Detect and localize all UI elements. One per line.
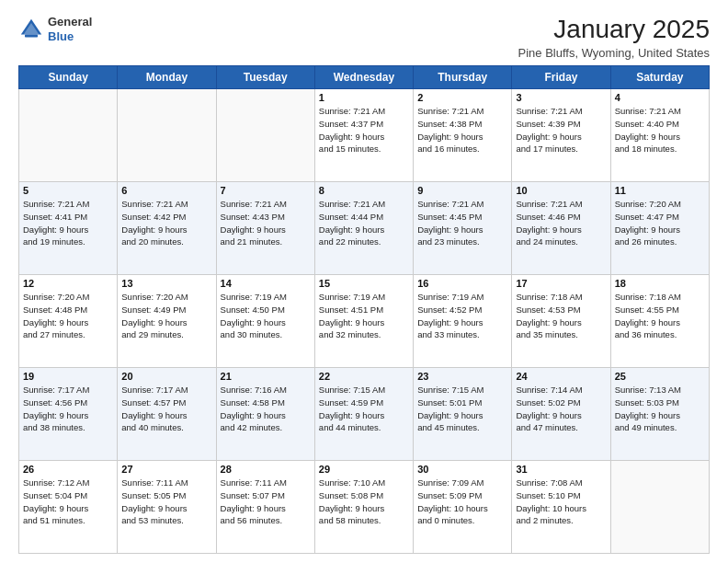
day-number: 21 — [221, 371, 311, 382]
day-number: 18 — [615, 278, 705, 289]
calendar-cell: 9Sunrise: 7:21 AMSunset: 4:45 PMDaylight… — [414, 182, 512, 275]
day-info: Sunrise: 7:19 AMSunset: 4:52 PMDaylight:… — [417, 291, 507, 341]
calendar-cell: 20Sunrise: 7:17 AMSunset: 4:57 PMDayligh… — [118, 368, 216, 461]
day-number: 13 — [121, 278, 211, 289]
day-info: Sunrise: 7:20 AMSunset: 4:47 PMDaylight:… — [615, 198, 705, 248]
day-number: 16 — [417, 278, 507, 289]
month-title: January 2025 — [518, 15, 710, 44]
day-info: Sunrise: 7:10 AMSunset: 5:08 PMDaylight:… — [319, 477, 409, 527]
calendar-cell: 25Sunrise: 7:13 AMSunset: 5:03 PMDayligh… — [610, 368, 709, 461]
day-number: 28 — [221, 464, 311, 475]
week-row-5: 26Sunrise: 7:12 AMSunset: 5:04 PMDayligh… — [19, 461, 710, 554]
day-info: Sunrise: 7:21 AMSunset: 4:38 PMDaylight:… — [417, 105, 507, 155]
day-number: 6 — [121, 185, 211, 196]
calendar-cell: 12Sunrise: 7:20 AMSunset: 4:48 PMDayligh… — [19, 275, 118, 368]
day-number: 22 — [319, 371, 409, 382]
day-info: Sunrise: 7:08 AMSunset: 5:10 PMDaylight:… — [516, 477, 606, 527]
calendar: SundayMondayTuesdayWednesdayThursdayFrid… — [18, 65, 710, 554]
logo-blue: Blue — [48, 29, 74, 43]
day-number: 15 — [319, 278, 409, 289]
week-row-2: 5Sunrise: 7:21 AMSunset: 4:41 PMDaylight… — [19, 182, 710, 275]
calendar-cell: 31Sunrise: 7:08 AMSunset: 5:10 PMDayligh… — [512, 461, 610, 554]
week-row-4: 19Sunrise: 7:17 AMSunset: 4:56 PMDayligh… — [19, 368, 710, 461]
weekday-header-monday: Monday — [118, 66, 216, 89]
day-info: Sunrise: 7:18 AMSunset: 4:55 PMDaylight:… — [615, 291, 705, 341]
day-info: Sunrise: 7:17 AMSunset: 4:56 PMDaylight:… — [23, 384, 113, 434]
day-number: 12 — [23, 278, 113, 289]
calendar-cell: 19Sunrise: 7:17 AMSunset: 4:56 PMDayligh… — [19, 368, 118, 461]
calendar-cell: 2Sunrise: 7:21 AMSunset: 4:38 PMDaylight… — [414, 89, 512, 182]
day-number: 14 — [221, 278, 311, 289]
calendar-cell — [610, 461, 709, 554]
day-number: 8 — [319, 185, 409, 196]
calendar-cell — [118, 89, 216, 182]
day-number: 1 — [319, 92, 409, 103]
calendar-cell: 23Sunrise: 7:15 AMSunset: 5:01 PMDayligh… — [414, 368, 512, 461]
day-info: Sunrise: 7:18 AMSunset: 4:53 PMDaylight:… — [516, 291, 606, 341]
day-info: Sunrise: 7:21 AMSunset: 4:39 PMDaylight:… — [516, 105, 606, 155]
day-number: 7 — [221, 185, 311, 196]
day-number: 30 — [417, 464, 507, 475]
header: General Blue January 2025 Pine Bluffs, W… — [18, 15, 710, 60]
day-number: 19 — [23, 371, 113, 382]
weekday-header-wednesday: Wednesday — [314, 66, 413, 89]
calendar-cell: 15Sunrise: 7:19 AMSunset: 4:51 PMDayligh… — [314, 275, 413, 368]
page: General Blue January 2025 Pine Bluffs, W… — [0, 0, 728, 563]
day-info: Sunrise: 7:19 AMSunset: 4:50 PMDaylight:… — [221, 291, 311, 341]
day-info: Sunrise: 7:20 AMSunset: 4:49 PMDaylight:… — [121, 291, 211, 341]
day-number: 27 — [121, 464, 211, 475]
calendar-cell: 8Sunrise: 7:21 AMSunset: 4:44 PMDaylight… — [314, 182, 413, 275]
logo: General Blue — [18, 15, 92, 43]
day-info: Sunrise: 7:15 AMSunset: 4:59 PMDaylight:… — [319, 384, 409, 434]
day-info: Sunrise: 7:13 AMSunset: 5:03 PMDaylight:… — [615, 384, 705, 434]
day-number: 11 — [615, 185, 705, 196]
weekday-header-tuesday: Tuesday — [216, 66, 314, 89]
week-row-1: 1Sunrise: 7:21 AMSunset: 4:37 PMDaylight… — [19, 89, 710, 182]
calendar-cell: 17Sunrise: 7:18 AMSunset: 4:53 PMDayligh… — [512, 275, 610, 368]
calendar-cell: 13Sunrise: 7:20 AMSunset: 4:49 PMDayligh… — [118, 275, 216, 368]
location: Pine Bluffs, Wyoming, United States — [518, 46, 710, 60]
day-number: 31 — [516, 464, 606, 475]
calendar-cell: 18Sunrise: 7:18 AMSunset: 4:55 PMDayligh… — [610, 275, 709, 368]
weekday-header-saturday: Saturday — [610, 66, 709, 89]
day-number: 3 — [516, 92, 606, 103]
calendar-cell: 24Sunrise: 7:14 AMSunset: 5:02 PMDayligh… — [512, 368, 610, 461]
calendar-cell: 6Sunrise: 7:21 AMSunset: 4:42 PMDaylight… — [118, 182, 216, 275]
calendar-cell: 14Sunrise: 7:19 AMSunset: 4:50 PMDayligh… — [216, 275, 314, 368]
day-number: 17 — [516, 278, 606, 289]
calendar-cell: 30Sunrise: 7:09 AMSunset: 5:09 PMDayligh… — [414, 461, 512, 554]
day-number: 20 — [121, 371, 211, 382]
calendar-cell: 11Sunrise: 7:20 AMSunset: 4:47 PMDayligh… — [610, 182, 709, 275]
logo-icon — [18, 17, 44, 42]
day-number: 29 — [319, 464, 409, 475]
calendar-cell: 26Sunrise: 7:12 AMSunset: 5:04 PMDayligh… — [19, 461, 118, 554]
day-info: Sunrise: 7:21 AMSunset: 4:44 PMDaylight:… — [319, 198, 409, 248]
day-info: Sunrise: 7:21 AMSunset: 4:42 PMDaylight:… — [121, 198, 211, 248]
day-number: 24 — [516, 371, 606, 382]
calendar-cell: 10Sunrise: 7:21 AMSunset: 4:46 PMDayligh… — [512, 182, 610, 275]
day-info: Sunrise: 7:09 AMSunset: 5:09 PMDaylight:… — [417, 477, 507, 527]
day-info: Sunrise: 7:12 AMSunset: 5:04 PMDaylight:… — [23, 477, 113, 527]
day-number: 5 — [23, 185, 113, 196]
day-info: Sunrise: 7:21 AMSunset: 4:43 PMDaylight:… — [221, 198, 311, 248]
day-number: 23 — [417, 371, 507, 382]
day-info: Sunrise: 7:17 AMSunset: 4:57 PMDaylight:… — [121, 384, 211, 434]
calendar-cell: 4Sunrise: 7:21 AMSunset: 4:40 PMDaylight… — [610, 89, 709, 182]
day-number: 9 — [417, 185, 507, 196]
calendar-cell: 27Sunrise: 7:11 AMSunset: 5:05 PMDayligh… — [118, 461, 216, 554]
day-info: Sunrise: 7:15 AMSunset: 5:01 PMDaylight:… — [417, 384, 507, 434]
day-info: Sunrise: 7:14 AMSunset: 5:02 PMDaylight:… — [516, 384, 606, 434]
day-number: 4 — [615, 92, 705, 103]
calendar-cell: 21Sunrise: 7:16 AMSunset: 4:58 PMDayligh… — [216, 368, 314, 461]
calendar-cell: 16Sunrise: 7:19 AMSunset: 4:52 PMDayligh… — [414, 275, 512, 368]
day-number: 10 — [516, 185, 606, 196]
calendar-cell — [216, 89, 314, 182]
day-info: Sunrise: 7:21 AMSunset: 4:37 PMDaylight:… — [319, 105, 409, 155]
calendar-cell: 7Sunrise: 7:21 AMSunset: 4:43 PMDaylight… — [216, 182, 314, 275]
day-info: Sunrise: 7:19 AMSunset: 4:51 PMDaylight:… — [319, 291, 409, 341]
calendar-cell: 28Sunrise: 7:11 AMSunset: 5:07 PMDayligh… — [216, 461, 314, 554]
day-info: Sunrise: 7:11 AMSunset: 5:07 PMDaylight:… — [221, 477, 311, 527]
calendar-cell — [19, 89, 118, 182]
logo-text: General Blue — [48, 15, 92, 43]
day-info: Sunrise: 7:20 AMSunset: 4:48 PMDaylight:… — [23, 291, 113, 341]
